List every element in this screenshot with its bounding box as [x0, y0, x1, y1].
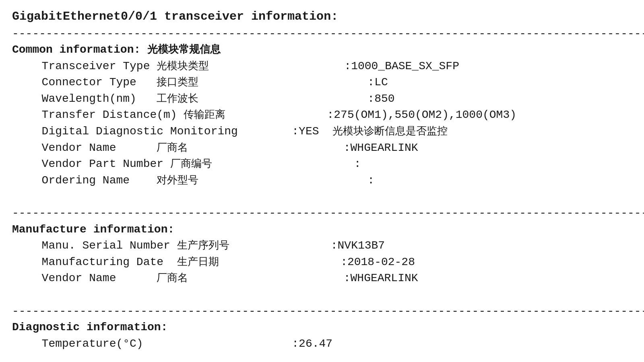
common-header-cn: 光模块常规信息: [147, 43, 221, 55]
wavelength-spacer: [198, 93, 367, 105]
ordering-name-spacer: [198, 174, 367, 187]
transceiver-type-value: :1000_BASE_SX_SFP: [344, 60, 459, 72]
ordering-name-value: :: [367, 174, 374, 187]
blank-line-2: [12, 287, 632, 303]
temperature-label: Temperature(°C): [28, 337, 292, 350]
vendor-part-label: Vendor Part Number: [28, 158, 170, 170]
wavelength-line: Wavelength(nm) 工作波长 :850: [12, 91, 632, 107]
vendor-part-line: Vendor Part Number 厂商编号 :: [12, 156, 632, 173]
vendor-name-mfg-line: Vendor Name 厂商名 :WHGEARLINK: [12, 270, 632, 287]
vendor-name-common-label: Vendor Name: [28, 142, 157, 154]
vendor-name-common-cn: 厂商名: [157, 142, 188, 153]
vendor-name-mfg-label: Vendor Name: [28, 272, 157, 284]
serial-number-line: Manu. Serial Number 生产序列号 :NVK13B7: [12, 238, 632, 254]
transfer-distance-value: :275(OM1),550(OM2),1000(OM3): [327, 109, 516, 121]
transfer-distance-line: Transfer Distance(m) 传输距离 :275(OM1),550(…: [12, 107, 632, 123]
vendor-part-cn: 厂商编号: [170, 158, 212, 169]
serial-number-spacer: [229, 239, 331, 252]
ddm-label: Digital Diagnostic Monitoring: [28, 125, 245, 138]
ddm-cn: 光模块诊断信息是否监控: [332, 125, 448, 137]
mfg-date-label: Manufacturing Date: [28, 256, 177, 268]
connector-type-line: Connector Type 接口类型 :LC: [12, 74, 632, 91]
connector-type-spacer: [198, 76, 367, 88]
divider-3: ----------------------------------------…: [12, 303, 632, 320]
vendor-name-mfg-spacer: [188, 272, 343, 284]
wavelength-label: Wavelength(nm): [28, 93, 157, 105]
temperature-value: :26.47: [292, 337, 332, 350]
ddm-spacer: [245, 125, 292, 138]
vendor-name-mfg-value: :WHGEARLINK: [344, 272, 418, 284]
vendor-part-spacer: [212, 158, 354, 170]
ddm-line: Digital Diagnostic Monitoring :YES 光模块诊断…: [12, 123, 632, 140]
manufacture-section-header: Manufacture information:: [12, 222, 632, 238]
ddm-value: :YES: [292, 125, 332, 138]
transceiver-type-spacer: [209, 60, 344, 72]
mfg-date-cn: 生产日期: [177, 256, 219, 267]
vendor-name-common-value: :WHGEARLINK: [344, 142, 418, 154]
transceiver-type-label: Transceiver Type: [28, 60, 157, 72]
mfg-date-value: :2018-02-28: [341, 256, 415, 268]
transceiver-type-cn: 光模块类型: [157, 60, 209, 72]
divider-2: ----------------------------------------…: [12, 205, 632, 222]
blank-line-1: [12, 189, 632, 205]
wavelength-value: :850: [367, 93, 394, 105]
terminal-title: GigabitEthernet0/0/1 transceiver informa…: [12, 8, 632, 26]
ordering-name-line: Ordering Name 对外型号 :: [12, 173, 632, 189]
vendor-name-common-line: Vendor Name 厂商名 :WHGEARLINK: [12, 140, 632, 156]
wavelength-cn: 工作波长: [157, 93, 198, 104]
ordering-name-label: Ordering Name: [28, 174, 157, 187]
common-section-header: Common information: 光模块常规信息: [12, 42, 632, 58]
transfer-distance-spacer: [225, 109, 327, 121]
mfg-date-line: Manufacturing Date 生产日期 :2018-02-28: [12, 254, 632, 271]
vendor-part-value: :: [354, 158, 361, 170]
ordering-name-cn: 对外型号: [157, 174, 198, 186]
mfg-date-spacer: [219, 256, 341, 268]
diagnostic-section-header: Diagnostic information:: [12, 319, 632, 336]
common-header-en: Common information:: [12, 43, 147, 56]
serial-number-cn: 生产序列号: [177, 239, 229, 251]
serial-number-value: :NVK13B7: [331, 239, 385, 252]
transceiver-type-line: Transceiver Type 光模块类型 :1000_BASE_SX_SFP: [12, 58, 632, 75]
transfer-distance-cn: 传输距离: [184, 109, 225, 120]
serial-number-label: Manu. Serial Number: [28, 239, 177, 252]
divider-1: ----------------------------------------…: [12, 26, 632, 42]
transfer-distance-label: Transfer Distance(m): [28, 109, 184, 121]
connector-type-value: :LC: [367, 76, 388, 88]
temperature-line: Temperature(°C) :26.47: [12, 336, 632, 352]
vendor-name-common-spacer: [188, 142, 343, 154]
vendor-name-mfg-cn: 厂商名: [157, 272, 188, 284]
connector-type-label: Connector Type: [28, 76, 157, 88]
connector-type-cn: 接口类型: [157, 76, 198, 88]
terminal-output: GigabitEthernet0/0/1 transceiver informa…: [12, 8, 632, 352]
